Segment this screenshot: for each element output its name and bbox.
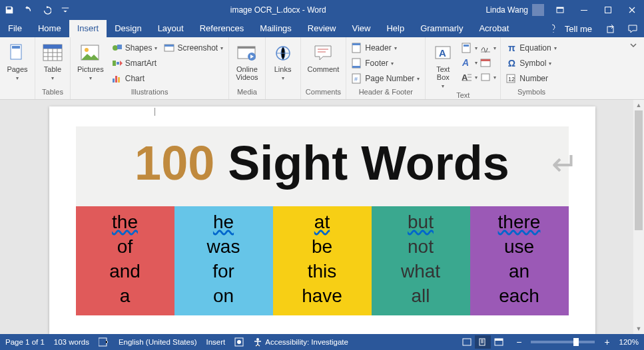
symbol-button[interactable]: ΩSymbol▾ bbox=[505, 57, 557, 70]
dropcap-icon[interactable]: A bbox=[460, 71, 474, 84]
tab-grammarly[interactable]: Grammarly bbox=[412, 20, 471, 37]
document-area[interactable]: 100 Sight Words ↵ theofandahewasforonatb… bbox=[0, 100, 644, 334]
tab-view[interactable]: View bbox=[344, 20, 378, 37]
view-focus-icon[interactable] bbox=[459, 335, 475, 349]
tab-references[interactable]: References bbox=[192, 20, 252, 37]
tellme-icon[interactable] bbox=[549, 24, 558, 33]
word-cell[interactable]: the bbox=[76, 210, 174, 235]
macro-icon[interactable] bbox=[234, 337, 244, 347]
wordart-icon[interactable]: A bbox=[460, 56, 474, 69]
word-cell[interactable]: there bbox=[470, 210, 569, 235]
group-header-footer: Header▾ Footer▾ #Page Number▾ Header & F… bbox=[346, 37, 426, 99]
word-cell[interactable]: at bbox=[273, 210, 372, 235]
zoom-in-icon[interactable]: + bbox=[604, 337, 609, 347]
word-cell[interactable]: but bbox=[372, 210, 470, 235]
qat-customize-icon[interactable] bbox=[56, 0, 75, 20]
sight-words-table[interactable]: theofandahewasforonatbethishavebutnotwha… bbox=[76, 206, 569, 315]
zoom-level[interactable]: 120% bbox=[619, 338, 639, 346]
object-icon[interactable] bbox=[479, 71, 492, 84]
document-page[interactable]: 100 Sight Words ↵ theofandahewasforonatb… bbox=[49, 106, 595, 334]
tab-mailings[interactable]: Mailings bbox=[252, 20, 300, 37]
signature-icon[interactable] bbox=[479, 41, 492, 55]
online-videos-button[interactable]: Online Videos bbox=[233, 41, 260, 83]
pages-button[interactable]: Pages▾ bbox=[4, 41, 31, 83]
tab-acrobat[interactable]: Acrobat bbox=[471, 20, 517, 37]
word-cell[interactable]: be bbox=[273, 235, 372, 260]
group-tables: Table▾ Tables bbox=[35, 37, 71, 99]
accessibility-status[interactable]: Accessibility: Investigate bbox=[253, 337, 348, 347]
scroll-thumb[interactable] bbox=[635, 110, 643, 230]
scroll-up-icon[interactable]: ▲ bbox=[633, 100, 644, 110]
comments-icon[interactable] bbox=[628, 24, 637, 33]
tab-insert[interactable]: Insert bbox=[69, 20, 107, 37]
tab-help[interactable]: Help bbox=[378, 20, 412, 37]
word-cell[interactable]: this bbox=[273, 260, 372, 284]
vertical-scrollbar[interactable]: ▲ ▼ bbox=[633, 100, 644, 334]
table-column[interactable]: atbethishave bbox=[273, 206, 372, 315]
equation-button[interactable]: πEquation▾ bbox=[505, 41, 557, 55]
tab-review[interactable]: Review bbox=[300, 20, 344, 37]
footer-button[interactable]: Footer▾ bbox=[350, 57, 421, 70]
textbox-button[interactable]: A Text Box▾ bbox=[430, 41, 456, 90]
datetime-icon[interactable] bbox=[479, 56, 492, 69]
word-cell[interactable]: a bbox=[76, 284, 174, 309]
table-column[interactable]: hewasforon bbox=[174, 206, 273, 315]
page-count[interactable]: Page 1 of 1 bbox=[5, 338, 45, 346]
header-button[interactable]: Header▾ bbox=[350, 41, 421, 55]
comment-button[interactable]: Comment bbox=[305, 41, 342, 75]
word-cell[interactable]: have bbox=[273, 284, 372, 309]
word-cell[interactable]: use bbox=[470, 235, 569, 260]
table-column[interactable]: theofanda bbox=[76, 206, 174, 315]
links-button[interactable]: Links▾ bbox=[270, 41, 296, 83]
undo-icon[interactable] bbox=[19, 0, 37, 20]
screenshot-button[interactable]: Screenshot▾ bbox=[162, 41, 224, 55]
minimize-icon[interactable] bbox=[572, 0, 596, 20]
table-button[interactable]: Table▾ bbox=[39, 41, 66, 83]
table-column[interactable]: butnotwhatall bbox=[372, 206, 470, 315]
chart-button[interactable]: Chart bbox=[111, 72, 159, 85]
view-print-icon[interactable] bbox=[475, 335, 491, 349]
shapes-button[interactable]: Shapes▾ bbox=[111, 41, 159, 55]
smartart-button[interactable]: SmartArt bbox=[111, 57, 159, 70]
word-cell[interactable]: for bbox=[174, 260, 273, 284]
word-count[interactable]: 103 words bbox=[54, 338, 89, 346]
save-icon[interactable] bbox=[0, 0, 19, 20]
tab-file[interactable]: File bbox=[0, 20, 30, 37]
close-icon[interactable] bbox=[620, 0, 644, 20]
zoom-out-icon[interactable]: − bbox=[516, 337, 521, 347]
zoom-slider[interactable] bbox=[531, 341, 595, 343]
maximize-icon[interactable] bbox=[596, 0, 620, 20]
share-icon[interactable] bbox=[607, 24, 616, 33]
word-cell[interactable]: he bbox=[174, 210, 273, 235]
tab-layout[interactable]: Layout bbox=[150, 20, 192, 37]
svg-rect-44 bbox=[463, 339, 471, 345]
tab-home[interactable]: Home bbox=[30, 20, 69, 37]
scroll-down-icon[interactable]: ▼ bbox=[633, 323, 644, 334]
word-cell[interactable]: an bbox=[470, 260, 569, 284]
ribbon-display-icon[interactable] bbox=[548, 0, 572, 20]
document-heading[interactable]: 100 Sight Words ↵ bbox=[76, 126, 569, 206]
svg-text:#: # bbox=[354, 76, 358, 83]
user-account[interactable]: Linda Wang bbox=[482, 4, 548, 16]
spellcheck-icon[interactable] bbox=[99, 337, 109, 347]
collapse-ribbon-icon[interactable] bbox=[629, 37, 644, 99]
insert-mode[interactable]: Insert bbox=[206, 338, 226, 346]
quickparts-icon[interactable] bbox=[460, 41, 474, 55]
redo-icon[interactable] bbox=[37, 0, 56, 20]
word-cell[interactable]: what bbox=[372, 260, 470, 284]
page-number-button[interactable]: #Page Number▾ bbox=[350, 72, 421, 85]
view-web-icon[interactable] bbox=[491, 335, 507, 349]
number-button[interactable]: 12Number bbox=[505, 72, 557, 85]
word-cell[interactable]: on bbox=[174, 284, 273, 309]
word-cell[interactable]: of bbox=[76, 235, 174, 260]
word-cell[interactable]: all bbox=[372, 284, 470, 309]
pictures-button[interactable]: Pictures▾ bbox=[75, 41, 107, 83]
word-cell[interactable]: was bbox=[174, 235, 273, 260]
tellme-label[interactable]: Tell me bbox=[565, 24, 592, 34]
word-cell[interactable]: each bbox=[470, 284, 569, 309]
tab-design[interactable]: Design bbox=[107, 20, 149, 37]
word-cell[interactable]: and bbox=[76, 260, 174, 284]
word-cell[interactable]: not bbox=[372, 235, 470, 260]
table-column[interactable]: thereuseaneach bbox=[470, 206, 569, 315]
language[interactable]: English (United States) bbox=[119, 338, 197, 346]
